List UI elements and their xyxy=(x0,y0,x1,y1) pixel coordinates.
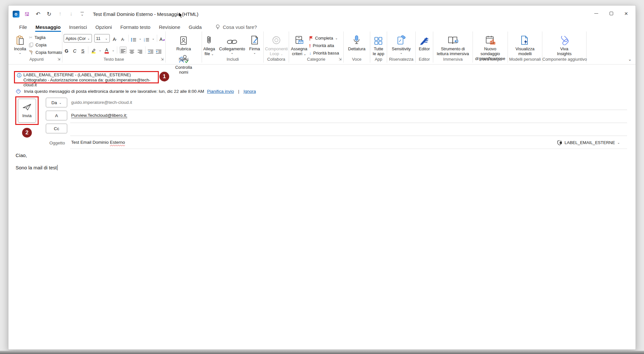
dismiss-link[interactable]: Ignora xyxy=(244,89,256,94)
tab-inserisci[interactable]: Inserisci xyxy=(65,23,91,31)
editor-button[interactable]: Editor xyxy=(418,33,431,52)
font-size-combo[interactable]: 11 ⌄ xyxy=(94,34,110,43)
from-value[interactable]: guido.imperatore@tech-cloud.it xyxy=(71,100,132,105)
collapse-ribbon-icon[interactable]: ⌄ xyxy=(628,57,632,62)
group-riservatezza: Sensitivity ⌄ Riservatezza xyxy=(387,31,416,63)
save-icon[interactable]: 🖫 xyxy=(23,10,31,18)
format-painter-button[interactable]: Copia formato xyxy=(29,49,62,56)
chevron-down-icon: ⌄ xyxy=(335,37,338,40)
message-body[interactable]: Ciao, Sono la mail di test xyxy=(16,152,57,171)
group-testo-base: Aptos (Cor ⌄ 11 ⌄ Aˆ Aˇ ⌄ 123 ⌄ A xyxy=(62,31,166,63)
mailtip-bar: Invia questo messaggio di posta elettron… xyxy=(16,87,256,95)
clipboard-icon xyxy=(16,34,24,45)
numbering-button[interactable]: 123 xyxy=(144,35,150,42)
redo-icon[interactable]: ↻ xyxy=(45,10,53,18)
italic-button[interactable]: C xyxy=(72,46,78,54)
tell-me-label: Cosa vuoi fare? xyxy=(223,24,257,30)
apps-grid-icon xyxy=(374,34,383,45)
send-button[interactable]: Invia xyxy=(18,99,36,123)
shield-lock-icon xyxy=(557,140,562,145)
align-center-button[interactable] xyxy=(129,46,135,54)
sensitivity-label-dropdown[interactable]: LABEL_EMAIL_ESTERNE ⌄ xyxy=(557,138,620,147)
chevron-down-icon: ⌄ xyxy=(59,101,61,104)
dialog-launcher-icon[interactable]: ⇲ xyxy=(57,57,60,61)
exclamation-icon: ! xyxy=(309,43,311,48)
group-app: Tutte le app App xyxy=(370,31,387,63)
clear-formatting-button[interactable]: A xyxy=(159,35,165,42)
lightbulb-icon xyxy=(216,24,220,30)
assign-policy-icon xyxy=(295,34,303,45)
microphone-icon xyxy=(353,34,360,45)
font-color-button[interactable]: A xyxy=(104,46,109,54)
immersive-reader-icon xyxy=(448,34,459,45)
close-button[interactable]: × xyxy=(619,7,634,20)
dictate-button[interactable]: Dettatura xyxy=(347,33,367,52)
dialog-launcher-icon[interactable]: ⇲ xyxy=(161,57,164,61)
paperclip-icon xyxy=(206,34,212,45)
align-right-button[interactable] xyxy=(137,46,143,54)
screen-bottom-edge xyxy=(0,351,644,354)
chevron-down-icon: ⌄ xyxy=(139,37,141,40)
underline-button[interactable]: S xyxy=(80,46,86,54)
minimize-button[interactable] xyxy=(589,7,604,20)
signature-button[interactable]: Firma ⌄ xyxy=(248,33,261,55)
customize-quick-access-icon[interactable]: ⌄ xyxy=(78,10,86,18)
check-names-button[interactable]: Controlla nomi xyxy=(174,52,193,75)
bullets-button[interactable] xyxy=(131,35,136,42)
to-button[interactable]: A xyxy=(46,111,67,120)
chevron-down-icon: ⌄ xyxy=(280,52,283,56)
schedule-send-link[interactable]: Pianifica invio xyxy=(207,89,234,94)
bold-button[interactable]: G xyxy=(64,46,69,54)
to-value[interactable]: Purview.Techcloud@libero.it; xyxy=(71,113,127,118)
low-importance-button[interactable]: ↓ Priorità bassa xyxy=(309,50,339,56)
mouse-cursor xyxy=(179,12,183,18)
attach-file-button[interactable]: Allega file ⌄ xyxy=(202,33,216,57)
group-categorie: Assegna criteri ⌄ Completa ⌄ ! Priorità … xyxy=(289,31,344,63)
align-left-button[interactable] xyxy=(120,46,127,54)
assign-policy-button[interactable]: Assegna criteri ⌄ xyxy=(289,33,309,57)
undo-icon[interactable]: ↶ xyxy=(34,10,42,18)
from-button[interactable]: Da ⌄ xyxy=(46,98,67,107)
loop-components-button: Componenti Loop ⌄ xyxy=(264,33,289,57)
quick-access-toolbar: o 🖫 ↶ ↻ ↑ ↓ ⌄ xyxy=(12,10,86,18)
tab-opzioni[interactable]: Opzioni xyxy=(91,23,116,31)
view-templates-button[interactable]: Visualizza modelli xyxy=(514,33,536,57)
shrink-font-button[interactable]: Aˇ xyxy=(120,35,126,42)
decrease-indent-button[interactable] xyxy=(148,46,154,54)
dialog-launcher-icon[interactable]: ⇲ xyxy=(339,57,342,61)
tab-guida[interactable]: Guida xyxy=(184,23,206,31)
grow-font-button[interactable]: Aˆ xyxy=(112,35,118,42)
chevron-down-icon: ⌄ xyxy=(112,49,114,52)
cc-button[interactable]: Cc xyxy=(46,124,67,133)
tab-formato-testo[interactable]: Formato testo xyxy=(116,23,155,31)
tab-file[interactable]: File xyxy=(15,23,31,31)
chevron-down-icon: ⌄ xyxy=(400,51,402,54)
editor-pen-icon xyxy=(420,34,429,45)
body-line-2: Sono la mail di test xyxy=(16,165,57,171)
link-button[interactable]: Collegamento ⌄ xyxy=(218,33,246,55)
chevron-down-icon: ⌄ xyxy=(253,51,256,54)
highlight-button[interactable] xyxy=(91,46,96,54)
tab-messaggio[interactable]: Messaggio xyxy=(31,23,65,31)
subject-value[interactable]: Test Email Dominio Esterno xyxy=(71,140,125,145)
sensitivity-button[interactable]: Sensitivity ⌄ xyxy=(390,33,412,55)
send-label: Invia xyxy=(22,113,32,118)
ribbon-tab-bar: File Messaggio Inserisci Opzioni Formato… xyxy=(8,22,636,31)
maximize-button[interactable] xyxy=(604,7,619,20)
chevron-down-icon: ⌄ xyxy=(87,37,90,40)
increase-indent-button[interactable] xyxy=(156,46,162,54)
annotation-box-send: Invia xyxy=(15,96,39,125)
immersive-reader-button[interactable]: Strumento di lettura immersiva xyxy=(436,33,470,57)
tell-me-search[interactable]: Cosa vuoi fare? xyxy=(216,24,257,30)
tab-revisione[interactable]: Revisione xyxy=(155,23,184,31)
chevron-down-icon: ⌄ xyxy=(152,37,155,40)
high-importance-button[interactable]: ! Priorità alta xyxy=(309,42,339,49)
address-book-button[interactable]: Rubrica xyxy=(175,33,192,52)
font-name-combo[interactable]: Aptos (Cor ⌄ xyxy=(64,34,92,43)
paste-button[interactable]: Incolla ⌄ xyxy=(11,33,29,56)
follow-up-button[interactable]: Completa ⌄ xyxy=(309,35,339,42)
viva-insights-button[interactable]: Viva Insights xyxy=(556,33,573,57)
outlook-app-icon: o xyxy=(12,10,20,18)
all-apps-button[interactable]: Tutte le app xyxy=(372,33,385,57)
text-cursor xyxy=(57,165,58,170)
